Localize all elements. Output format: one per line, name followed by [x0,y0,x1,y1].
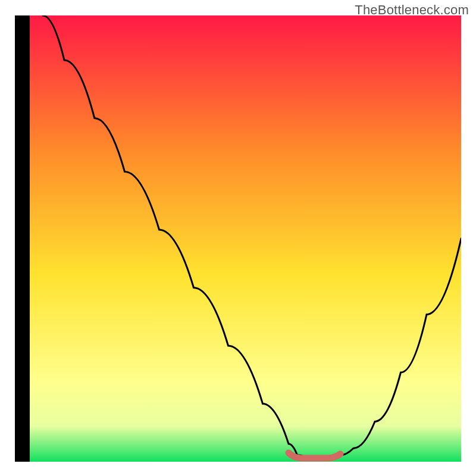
chart-plot-area [15,15,461,462]
chart-svg [15,15,461,462]
figure-frame: TheBottleneck.com [0,0,476,476]
gradient-background [30,15,461,462]
